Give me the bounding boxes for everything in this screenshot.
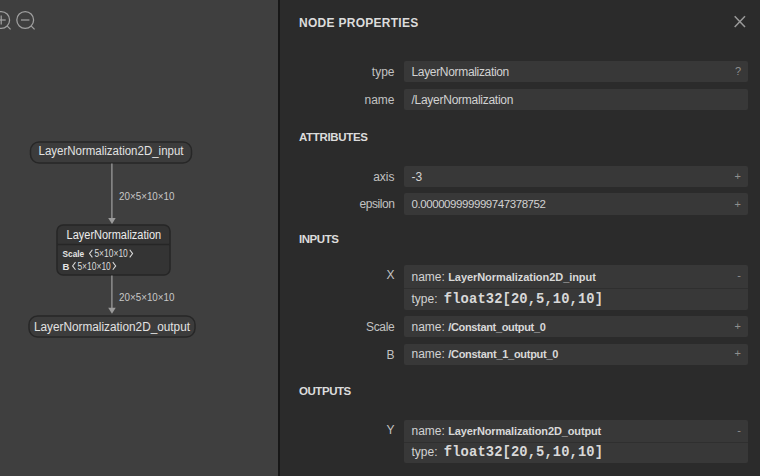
svg-text:Scale: Scale [63,248,85,259]
svg-text:5×10×10: 5×10×10 [77,261,111,272]
svg-text:LayerNormalization2D_output: LayerNormalization2D_output [34,320,191,334]
svg-text:B: B [63,261,70,272]
svg-text:LayerNormalization: LayerNormalization [67,228,162,242]
svg-text:5×10×10: 5×10×10 [94,248,128,259]
svg-text:20×5×10×10: 20×5×10×10 [119,291,175,303]
svg-text:LayerNormalization2D_input: LayerNormalization2D_input [39,144,185,158]
svg-text:20×5×10×10: 20×5×10×10 [119,190,175,202]
